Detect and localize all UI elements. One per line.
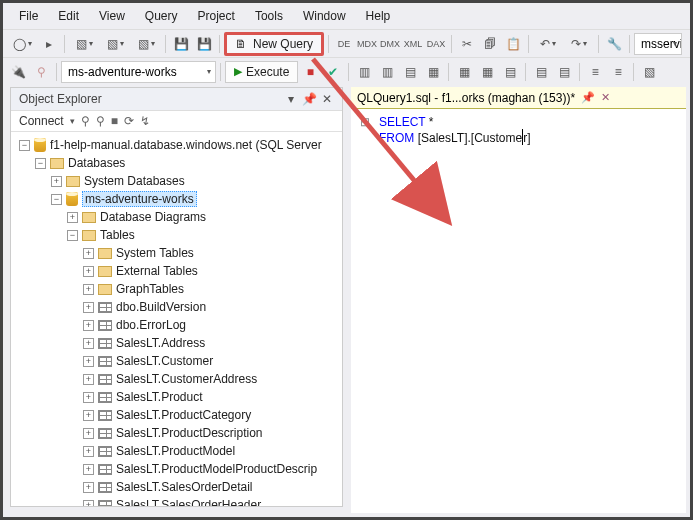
table-icon [98,446,112,457]
new-query-label: New Query [253,37,313,51]
table-node[interactable]: +SalesLT.Product [15,388,342,406]
server-node[interactable]: −f1-help-manual.database.windows.net (SQ… [15,136,342,154]
menu-view[interactable]: View [89,5,135,27]
table-icon [98,392,112,403]
table-node[interactable]: +SalesLT.CustomerAddress [15,370,342,388]
misc-icon[interactable]: ▧ [638,61,660,83]
code-area[interactable]: ⊟ SELECT * FROM [SalesLT].[Customer] [351,109,686,151]
comment-icon[interactable]: ▤ [530,61,552,83]
menu-help[interactable]: Help [356,5,401,27]
system-tables-node[interactable]: +System Tables [15,244,342,262]
databases-node[interactable]: −Databases [15,154,342,172]
object-tree[interactable]: −f1-help-manual.database.windows.net (SQ… [11,132,342,506]
new-item-button[interactable]: ▧ [69,33,99,55]
object-explorer-toolbar: Connect ▾ ⚲ ⚲ ■ ⟳ ↯ [11,111,342,132]
new-query-icon: 🗎 [235,37,247,51]
table-node[interactable]: +SalesLT.Address [15,334,342,352]
stop2-icon[interactable]: ■ [111,114,118,128]
connect-label[interactable]: Connect [19,114,64,128]
menu-edit[interactable]: Edit [48,5,89,27]
diagrams-node[interactable]: +Database Diagrams [15,208,342,226]
table-icon [98,500,112,507]
filter2-icon[interactable]: ⚲ [96,114,105,128]
external-tables-node[interactable]: +External Tables [15,262,342,280]
panel-menu-icon[interactable]: ▾ [282,92,300,106]
parse-button[interactable]: ✔ [322,61,344,83]
menu-tools[interactable]: Tools [245,5,293,27]
open-item-button[interactable]: ▧ [100,33,130,55]
table-icon [98,338,112,349]
add-item-button[interactable]: ▧ [131,33,161,55]
save-button[interactable]: 💾 [170,33,192,55]
database-combo-text: ms-adventure-works [68,65,177,79]
connect-dropdown-icon[interactable]: ▾ [70,116,75,126]
table-node[interactable]: +SalesLT.SalesOrderDetail [15,478,342,496]
folder-icon [98,266,112,277]
table-node[interactable]: +SalesLT.ProductModelProductDescrip [15,460,342,478]
indent-icon[interactable]: ≡ [584,61,606,83]
stats2-icon[interactable]: ▦ [422,61,444,83]
execute-label: Execute [246,65,289,79]
redo-button[interactable]: ↷ [564,33,594,55]
table-node[interactable]: +SalesLT.ProductCategory [15,406,342,424]
table-node[interactable]: +dbo.BuildVersion [15,298,342,316]
cut-button[interactable]: ✂ [456,33,478,55]
folder-icon [82,230,96,241]
xmla-icon[interactable]: XML [402,33,424,55]
table-icon [98,302,112,313]
plan-icon[interactable]: ▥ [353,61,375,83]
grid-icon[interactable]: ▦ [453,61,475,83]
de-icon[interactable]: DE [333,33,355,55]
table-node[interactable]: +SalesLT.ProductDescription [15,424,342,442]
menu-window[interactable]: Window [293,5,356,27]
panel-close-icon[interactable]: ✕ [318,92,336,106]
table-icon [98,428,112,439]
dax-icon[interactable]: DAX [425,33,447,55]
mdx-icon[interactable]: MDX [356,33,378,55]
server-combo[interactable]: msservi [634,33,682,55]
table-node[interactable]: +dbo.ErrorLog [15,316,342,334]
refresh-icon[interactable]: ⟳ [124,114,134,128]
folder-icon [82,212,96,223]
menu-file[interactable]: File [9,5,48,27]
tab-close-icon[interactable]: ✕ [601,91,610,104]
menu-project[interactable]: Project [188,5,245,27]
copy-button[interactable]: 🗐 [479,33,501,55]
sql-toolbar: 🔌 ⚲ ms-adventure-works ▶ Execute ■ ✔ ▥ ▥… [3,57,690,85]
stop-button[interactable]: ■ [299,61,321,83]
editor-tab[interactable]: QLQuery1.sql - f1...orks (maghan (153))*… [351,87,686,109]
grid2-icon[interactable]: ▦ [476,61,498,83]
menu-query[interactable]: Query [135,5,188,27]
dmx-icon[interactable]: DMX [379,33,401,55]
table-icon [98,374,112,385]
sync-icon[interactable]: ↯ [140,114,150,128]
table-node[interactable]: +SalesLT.ProductModel [15,442,342,460]
system-databases-node[interactable]: +System Databases [15,172,342,190]
table-icon [98,320,112,331]
change-conn-icon[interactable]: ⚲ [30,61,52,83]
plan2-icon[interactable]: ▥ [376,61,398,83]
stats-icon[interactable]: ▤ [399,61,421,83]
uncomment-icon[interactable]: ▤ [553,61,575,83]
play-icon: ▶ [234,65,242,78]
save-all-button[interactable]: 💾 [193,33,215,55]
table-node[interactable]: +SalesLT.SalesOrderHeader [15,496,342,506]
undo-button[interactable]: ↶ [533,33,563,55]
nav-back-button[interactable]: ◯ [7,33,37,55]
tables-node[interactable]: −Tables [15,226,342,244]
panel-pin-icon[interactable]: 📌 [300,92,318,106]
execute-button[interactable]: ▶ Execute [225,61,298,83]
nav-fwd-button[interactable]: ▸ [38,33,60,55]
paste-button[interactable]: 📋 [502,33,524,55]
connect-icon[interactable]: 🔌 [7,61,29,83]
new-query-button[interactable]: 🗎 New Query [224,32,324,56]
user-database-node[interactable]: −ms-adventure-works [15,190,342,208]
tab-pin-icon[interactable]: 📌 [581,91,595,104]
database-combo[interactable]: ms-adventure-works [61,61,216,83]
table-node[interactable]: +SalesLT.Customer [15,352,342,370]
outdent-icon[interactable]: ≡ [607,61,629,83]
filter-icon[interactable]: ⚲ [81,114,90,128]
props-button[interactable]: 🔧 [603,33,625,55]
text-icon[interactable]: ▤ [499,61,521,83]
graph-tables-node[interactable]: +GraphTables [15,280,342,298]
